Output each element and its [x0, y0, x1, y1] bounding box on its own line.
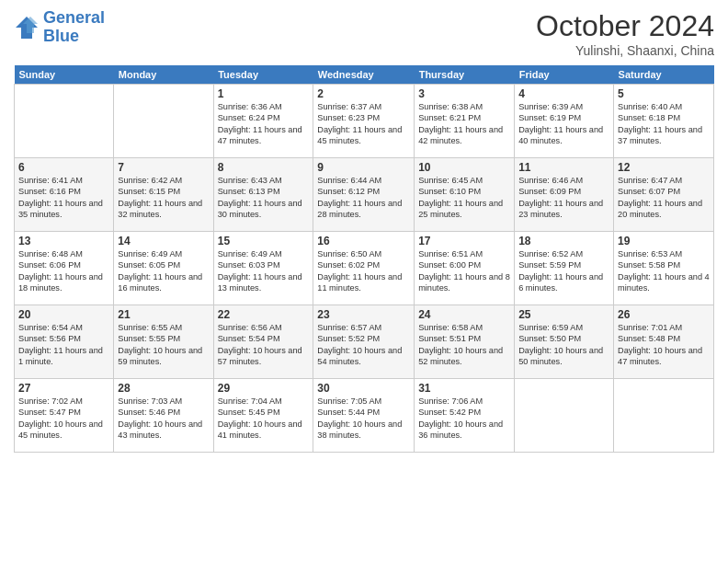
day-info: Sunrise: 6:42 AM Sunset: 6:15 PM Dayligh…	[118, 175, 209, 221]
day-number: 14	[118, 235, 209, 247]
calendar-cell	[515, 379, 614, 453]
calendar-cell: 15Sunrise: 6:49 AM Sunset: 6:03 PM Dayli…	[213, 232, 313, 305]
calendar-cell: 14Sunrise: 6:49 AM Sunset: 6:05 PM Dayli…	[114, 232, 213, 305]
day-number: 10	[418, 161, 510, 174]
day-info: Sunrise: 6:38 AM Sunset: 6:21 PM Dayligh…	[418, 101, 510, 147]
day-number: 17	[418, 235, 510, 247]
day-info: Sunrise: 6:36 AM Sunset: 6:24 PM Dayligh…	[218, 101, 310, 147]
calendar-cell	[614, 379, 714, 453]
calendar-cell	[114, 85, 213, 158]
day-info: Sunrise: 6:49 AM Sunset: 6:05 PM Dayligh…	[118, 248, 209, 294]
col-wednesday: Wednesday	[313, 65, 415, 85]
day-number: 4	[518, 87, 609, 100]
day-number: 21	[118, 308, 209, 321]
calendar-cell: 23Sunrise: 6:57 AM Sunset: 5:52 PM Dayli…	[313, 305, 415, 379]
calendar-cell: 12Sunrise: 6:47 AM Sunset: 6:07 PM Dayli…	[614, 158, 714, 232]
day-info: Sunrise: 6:43 AM Sunset: 6:13 PM Dayligh…	[218, 175, 310, 221]
day-number: 31	[418, 382, 510, 395]
day-number: 1	[218, 87, 310, 100]
calendar-cell: 7Sunrise: 6:42 AM Sunset: 6:15 PM Daylig…	[114, 158, 213, 232]
day-info: Sunrise: 6:48 AM Sunset: 6:06 PM Dayligh…	[18, 248, 109, 294]
col-friday: Friday	[515, 65, 614, 85]
day-number: 7	[118, 161, 209, 174]
day-info: Sunrise: 6:53 AM Sunset: 5:58 PM Dayligh…	[618, 248, 710, 294]
logo: General Blue	[14, 9, 105, 46]
day-number: 18	[518, 235, 609, 247]
logo-line1: General	[43, 8, 105, 27]
day-info: Sunrise: 6:45 AM Sunset: 6:10 PM Dayligh…	[418, 175, 510, 221]
day-number: 27	[18, 382, 109, 395]
day-info: Sunrise: 7:05 AM Sunset: 5:44 PM Dayligh…	[317, 396, 410, 442]
logo-icon	[14, 15, 40, 40]
day-number: 24	[418, 308, 510, 321]
day-number: 8	[218, 161, 310, 174]
calendar-cell: 20Sunrise: 6:54 AM Sunset: 5:56 PM Dayli…	[15, 305, 114, 379]
day-number: 26	[618, 308, 710, 321]
day-info: Sunrise: 6:37 AM Sunset: 6:23 PM Dayligh…	[317, 101, 410, 147]
col-sunday: Sunday	[15, 65, 114, 85]
day-info: Sunrise: 6:44 AM Sunset: 6:12 PM Dayligh…	[317, 175, 410, 221]
day-info: Sunrise: 7:04 AM Sunset: 5:45 PM Dayligh…	[218, 396, 310, 442]
calendar-cell: 3Sunrise: 6:38 AM Sunset: 6:21 PM Daylig…	[415, 85, 515, 158]
calendar-table: Sunday Monday Tuesday Wednesday Thursday…	[14, 65, 714, 453]
col-monday: Monday	[114, 65, 213, 85]
logo-line2: Blue	[43, 27, 79, 45]
day-info: Sunrise: 6:57 AM Sunset: 5:52 PM Dayligh…	[317, 322, 410, 368]
day-number: 11	[518, 161, 609, 174]
calendar-cell: 26Sunrise: 7:01 AM Sunset: 5:48 PM Dayli…	[614, 305, 714, 379]
calendar-cell: 10Sunrise: 6:45 AM Sunset: 6:10 PM Dayli…	[415, 158, 515, 232]
day-number: 19	[618, 235, 710, 247]
calendar-cell: 1Sunrise: 6:36 AM Sunset: 6:24 PM Daylig…	[213, 85, 313, 158]
day-info: Sunrise: 6:56 AM Sunset: 5:54 PM Dayligh…	[218, 322, 310, 368]
calendar-cell: 4Sunrise: 6:39 AM Sunset: 6:19 PM Daylig…	[515, 85, 614, 158]
subtitle: Yulinshi, Shaanxi, China	[536, 43, 714, 58]
calendar-week-1: 1Sunrise: 6:36 AM Sunset: 6:24 PM Daylig…	[15, 85, 714, 158]
day-number: 23	[317, 308, 410, 321]
col-thursday: Thursday	[415, 65, 515, 85]
calendar-cell: 19Sunrise: 6:53 AM Sunset: 5:58 PM Dayli…	[614, 232, 714, 305]
calendar-cell: 5Sunrise: 6:40 AM Sunset: 6:18 PM Daylig…	[614, 85, 714, 158]
day-number: 6	[18, 161, 109, 174]
calendar-cell	[15, 85, 114, 158]
day-info: Sunrise: 7:06 AM Sunset: 5:42 PM Dayligh…	[418, 396, 510, 442]
col-tuesday: Tuesday	[213, 65, 313, 85]
day-info: Sunrise: 6:49 AM Sunset: 6:03 PM Dayligh…	[218, 248, 310, 294]
day-number: 3	[418, 87, 510, 100]
day-number: 25	[518, 308, 609, 321]
calendar-week-3: 13Sunrise: 6:48 AM Sunset: 6:06 PM Dayli…	[15, 232, 714, 305]
calendar-cell: 31Sunrise: 7:06 AM Sunset: 5:42 PM Dayli…	[415, 379, 515, 453]
day-info: Sunrise: 6:51 AM Sunset: 6:00 PM Dayligh…	[418, 248, 510, 294]
day-number: 2	[317, 87, 410, 100]
day-number: 5	[618, 87, 710, 100]
calendar-cell: 17Sunrise: 6:51 AM Sunset: 6:00 PM Dayli…	[415, 232, 515, 305]
day-info: Sunrise: 6:47 AM Sunset: 6:07 PM Dayligh…	[618, 175, 710, 221]
calendar-cell: 13Sunrise: 6:48 AM Sunset: 6:06 PM Dayli…	[15, 232, 114, 305]
calendar-cell: 11Sunrise: 6:46 AM Sunset: 6:09 PM Dayli…	[515, 158, 614, 232]
day-number: 13	[18, 235, 109, 247]
day-info: Sunrise: 7:03 AM Sunset: 5:46 PM Dayligh…	[118, 396, 209, 442]
calendar-cell: 16Sunrise: 6:50 AM Sunset: 6:02 PM Dayli…	[313, 232, 415, 305]
day-info: Sunrise: 7:01 AM Sunset: 5:48 PM Dayligh…	[618, 322, 710, 368]
day-number: 30	[317, 382, 410, 395]
day-info: Sunrise: 6:55 AM Sunset: 5:55 PM Dayligh…	[118, 322, 209, 368]
calendar-cell: 30Sunrise: 7:05 AM Sunset: 5:44 PM Dayli…	[313, 379, 415, 453]
day-info: Sunrise: 6:46 AM Sunset: 6:09 PM Dayligh…	[518, 175, 609, 221]
calendar-cell: 28Sunrise: 7:03 AM Sunset: 5:46 PM Dayli…	[114, 379, 213, 453]
calendar-week-2: 6Sunrise: 6:41 AM Sunset: 6:16 PM Daylig…	[15, 158, 714, 232]
day-number: 12	[618, 161, 710, 174]
calendar-cell: 22Sunrise: 6:56 AM Sunset: 5:54 PM Dayli…	[213, 305, 313, 379]
day-info: Sunrise: 6:50 AM Sunset: 6:02 PM Dayligh…	[317, 248, 410, 294]
calendar-cell: 9Sunrise: 6:44 AM Sunset: 6:12 PM Daylig…	[313, 158, 415, 232]
calendar-cell: 8Sunrise: 6:43 AM Sunset: 6:13 PM Daylig…	[213, 158, 313, 232]
day-number: 22	[218, 308, 310, 321]
day-info: Sunrise: 7:02 AM Sunset: 5:47 PM Dayligh…	[18, 396, 109, 442]
main-title: October 2024	[536, 9, 714, 43]
day-info: Sunrise: 6:41 AM Sunset: 6:16 PM Dayligh…	[18, 175, 109, 221]
day-number: 9	[317, 161, 410, 174]
calendar-cell: 6Sunrise: 6:41 AM Sunset: 6:16 PM Daylig…	[15, 158, 114, 232]
calendar-week-5: 27Sunrise: 7:02 AM Sunset: 5:47 PM Dayli…	[15, 379, 714, 453]
day-info: Sunrise: 6:58 AM Sunset: 5:51 PM Dayligh…	[418, 322, 510, 368]
day-number: 16	[317, 235, 410, 247]
header-row: Sunday Monday Tuesday Wednesday Thursday…	[15, 65, 714, 85]
calendar-cell: 27Sunrise: 7:02 AM Sunset: 5:47 PM Dayli…	[15, 379, 114, 453]
